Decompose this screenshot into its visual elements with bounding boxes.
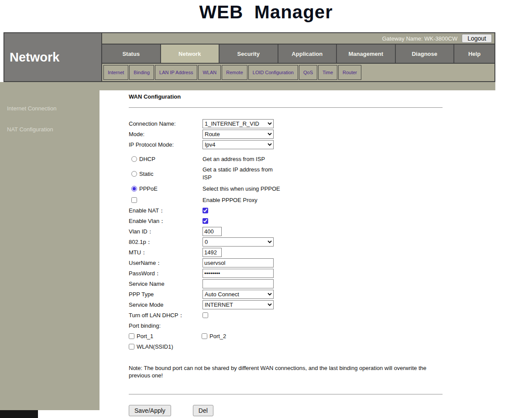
wan-configuration-title: WAN Configuration [129,93,443,100]
wlan-ssid1-row: WLAN(SSID1) [129,342,443,351]
8021p-select[interactable]: 0 [203,237,274,247]
sidebar-item-internet-connection[interactable]: Internet Connection [0,105,100,112]
username-row: UserName： [129,258,443,267]
port-binding-label-row: Port binding: [129,321,443,330]
main-nav: Status Network Security Application Mana… [102,45,494,64]
connection-name-select[interactable]: 1_INTERNET_R_VID [203,119,274,128]
password-label: PassWord： [129,270,203,278]
mode-select[interactable]: Route [203,130,274,139]
dhcp-radio[interactable] [131,156,137,162]
enable-nat-row: Enable NAT： [129,206,443,215]
pppoe-proxy-row: Enable PPPOE Proxy [129,195,443,205]
tab-network[interactable]: Network [161,45,220,63]
service-name-row: Service Name [129,279,443,288]
pppoe-radio[interactable] [131,186,137,192]
wlan-ssid1-checkbox[interactable] [129,344,134,349]
gateway-bar: Gateway Name: WK-3800CW Logout [102,33,494,45]
sub-nav: Internet Binding LAN IP Address WLAN Rem… [102,64,494,81]
tab-help[interactable]: Help [454,45,494,63]
connection-name-row: Connection Name: 1_INTERNET_R_VID [129,119,443,128]
service-mode-select[interactable]: INTERNET [203,300,274,309]
tab-security[interactable]: Security [220,45,278,63]
enable-vlan-checkbox[interactable] [203,218,208,224]
ip-protocol-mode-row: IP Protocol Mode: Ipv4 [129,140,443,149]
del-button[interactable]: Del [193,405,213,416]
subtab-wlan[interactable]: WLAN [198,65,221,80]
port1-checkbox[interactable] [129,333,134,339]
header-right: Gateway Name: WK-3800CW Logout Status Ne… [102,33,494,81]
ppp-type-select[interactable]: Auto Connect [203,290,274,299]
ip-protocol-mode-label: IP Protocol Mode: [129,141,203,148]
subtab-qos[interactable]: QoS [299,65,317,80]
port1-label: Port_1 [137,333,153,339]
service-name-input[interactable] [203,279,274,288]
sidebar: Internet Connection NAT Configuration [0,90,100,410]
gateway-name-label: Gateway Name: WK-3800CW [382,35,458,42]
turn-off-lan-dhcp-checkbox[interactable] [203,312,208,318]
sidebar-item-nat-configuration[interactable]: NAT Configuration [0,126,100,133]
port-binding-row: Port_1 Port_2 [129,332,443,341]
pppoe-row: PPPoE Select this when using PPPOE [129,183,443,194]
ip-protocol-mode-select[interactable]: Ipv4 [203,140,274,149]
pppoe-description: Select this when using PPPOE [203,185,280,192]
dhcp-row: DHCP Get an address from ISP [129,153,443,164]
mtu-label: MTU： [129,249,203,257]
subtab-internet[interactable]: Internet [103,65,128,80]
subtab-time[interactable]: Time [318,65,337,80]
subtab-lan-ip-address[interactable]: LAN IP Address [155,65,197,80]
enable-nat-checkbox[interactable] [203,208,208,213]
mtu-input[interactable] [203,248,222,257]
password-input[interactable] [203,269,274,278]
app-header: Network Gateway Name: WK-3800CW Logout S… [3,32,495,82]
subtab-router[interactable]: Router [338,65,361,80]
page: WEB Manager Network Gateway Name: WK-380… [0,0,532,418]
logout-button[interactable]: Logout [462,34,492,43]
tab-diagnose[interactable]: Diagnose [396,45,455,63]
top-divider [129,107,443,108]
enable-vlan-label: Enable Vlan： [129,217,203,225]
pppoe-proxy-checkbox[interactable] [131,197,137,203]
8021p-label: 802.1p： [129,238,203,246]
password-row: PassWord： [129,269,443,278]
port2-checkbox[interactable] [202,333,207,339]
pppoe-proxy-description: Enable PPPOE Proxy [203,197,257,203]
wan-form: Connection Name: 1_INTERNET_R_VID Mode: … [129,119,443,416]
service-mode-row: Service Mode INTERNET [129,300,443,309]
turn-off-lan-dhcp-label: Turn off LAN DHCP： [129,312,203,319]
8021p-row: 802.1p： 0 [129,237,443,247]
tab-application[interactable]: Application [278,45,337,63]
page-title: WEB Manager [0,2,532,23]
username-label: UserName： [129,259,203,267]
main-content: WAN Configuration Connection Name: 1_INT… [129,90,443,416]
tab-management[interactable]: Management [337,45,396,63]
tab-status[interactable]: Status [102,45,161,63]
static-label: Static [139,171,154,177]
save-apply-button[interactable]: Save/Apply [129,405,171,416]
dhcp-description: Get an address from ISP [203,156,265,162]
section-title: Network [4,33,102,81]
static-radio[interactable] [131,171,137,177]
enable-nat-label: Enable NAT： [129,207,203,215]
ppp-type-row: PPP Type Auto Connect [129,290,443,299]
dhcp-label: DHCP [139,156,155,162]
bottom-left-block [0,410,38,418]
static-row: Static Get a static IP address from ISP [129,166,443,182]
wlan-ssid1-label: WLAN(SSID1) [137,343,173,350]
enable-vlan-row: Enable Vlan： [129,216,443,226]
turn-off-lan-dhcp-row: Turn off LAN DHCP： [129,311,443,320]
mode-label: Mode: [129,131,203,137]
vlan-id-row: Vlan ID： [129,227,443,236]
vlan-id-input[interactable] [203,227,222,236]
subtab-remote[interactable]: Remote [222,65,247,80]
connection-name-label: Connection Name: [129,120,203,127]
ppp-type-label: PPP Type [129,291,203,298]
subtab-binding[interactable]: Binding [129,65,154,80]
port2-label: Port_2 [209,333,226,339]
port-binding-label: Port binding: [129,322,203,329]
bottom-divider [129,394,443,394]
static-description: Get a static IP address from ISP [203,166,278,182]
username-input[interactable] [203,258,274,267]
service-name-label: Service Name [129,281,203,287]
vlan-id-label: Vlan ID： [129,228,203,236]
subtab-loid-configuration[interactable]: LOID Configuration [248,65,298,80]
